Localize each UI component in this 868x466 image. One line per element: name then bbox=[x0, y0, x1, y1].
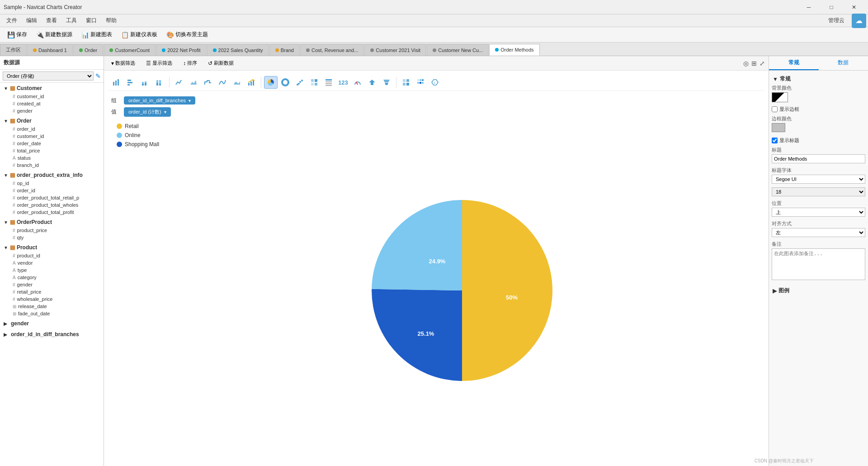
full-stacked-btn[interactable] bbox=[153, 76, 166, 89]
more-btn[interactable]: + bbox=[428, 76, 442, 89]
tree-item-product-id[interactable]: #product_id bbox=[0, 252, 104, 259]
new-datasource-button[interactable]: 🔌 新建数据源 bbox=[33, 29, 76, 40]
tree-item-total-price[interactable]: #total_price bbox=[0, 147, 104, 154]
line-chart-btn[interactable] bbox=[172, 76, 186, 89]
display-filter-button[interactable]: ☰ 显示筛选 bbox=[142, 58, 176, 68]
tree-item-vendor[interactable]: Avendor bbox=[0, 259, 104, 266]
resize-icon[interactable]: ⤢ bbox=[760, 60, 765, 67]
minimize-button[interactable]: ─ bbox=[798, 0, 819, 14]
pie-chart-btn[interactable] bbox=[264, 76, 278, 89]
pie-segment-online[interactable] bbox=[372, 200, 462, 290]
tree-item-fade-out-date[interactable]: ⊞fade_out_date bbox=[0, 310, 104, 317]
section-general-header[interactable]: ▼ 常规 bbox=[772, 73, 865, 85]
tree-item-category[interactable]: Acategory bbox=[0, 274, 104, 281]
menu-window[interactable]: 窗口 bbox=[81, 15, 101, 26]
tree-group-order-diff-header[interactable]: ▶ order_id_in_diff_branches bbox=[0, 330, 104, 339]
tab-order[interactable]: Order bbox=[73, 44, 103, 56]
tree-item-profit[interactable]: #order_product_total_profit bbox=[0, 209, 104, 216]
tab-visit[interactable]: Customer 2021 Visit bbox=[364, 44, 426, 56]
table-chart-btn[interactable] bbox=[322, 76, 335, 89]
title-input[interactable] bbox=[772, 154, 865, 163]
close-button[interactable]: ✕ bbox=[844, 0, 864, 14]
tree-item-order-date[interactable]: #order_date bbox=[0, 140, 104, 147]
tree-item-gender[interactable]: #gender bbox=[0, 107, 104, 114]
hbar-chart-btn[interactable] bbox=[124, 76, 137, 89]
combo-btn[interactable] bbox=[245, 76, 258, 89]
new-dashboard-button[interactable]: 📋 新建仪表板 bbox=[118, 29, 161, 40]
value-tag[interactable]: order_id (计数) ▾ bbox=[124, 107, 171, 117]
new-chart-button[interactable]: 📊 新建图表 bbox=[78, 29, 116, 40]
tree-item-order-customer-id[interactable]: #customer_id bbox=[0, 133, 104, 140]
tree-item-retail-price[interactable]: #retail_price bbox=[0, 288, 104, 295]
tab-ordermethods[interactable]: Order Methods bbox=[489, 44, 539, 56]
tab-cost[interactable]: Cost, Revenue and... bbox=[300, 44, 364, 56]
align-select[interactable]: 左 中 右 bbox=[772, 228, 865, 237]
tab-brand[interactable]: Brand bbox=[269, 44, 300, 56]
tree-group-customer-header[interactable]: ▼ ▤ Customer bbox=[0, 84, 104, 93]
pivot-table-btn[interactable] bbox=[399, 76, 413, 89]
funnel-btn[interactable] bbox=[380, 76, 393, 89]
border-color-box[interactable] bbox=[772, 123, 785, 132]
edit-icon[interactable]: ✎ bbox=[95, 72, 101, 80]
pie-segment-retail[interactable] bbox=[462, 200, 552, 381]
tree-item-op-id[interactable]: #op_id bbox=[0, 180, 104, 187]
menu-view[interactable]: 查看 bbox=[42, 15, 61, 26]
tree-item-qty[interactable]: #qty bbox=[0, 234, 104, 241]
number-chart-btn[interactable]: 123 bbox=[336, 76, 350, 89]
tree-item-branch-id[interactable]: #branch_id bbox=[0, 162, 104, 169]
menu-help[interactable]: 帮助 bbox=[101, 15, 121, 26]
area-chart-btn[interactable] bbox=[187, 76, 200, 89]
note-textarea[interactable] bbox=[772, 248, 865, 280]
tree-item-retail-p[interactable]: #order_product_total_retail_p bbox=[0, 194, 104, 201]
group-tag[interactable]: order_id_in_diff_branches ▾ bbox=[124, 96, 195, 105]
tree-item-wholesale-price[interactable]: #wholesale_price bbox=[0, 295, 104, 303]
save-button[interactable]: 💾 保存 bbox=[4, 29, 31, 40]
show-title-checkbox[interactable] bbox=[772, 138, 778, 143]
tree-item-release-date[interactable]: ⊞release_date bbox=[0, 303, 104, 310]
font-size-select[interactable]: 14 16 18 20 24 bbox=[772, 187, 865, 196]
donut-chart-btn[interactable] bbox=[278, 76, 292, 89]
tree-item-status[interactable]: Astatus bbox=[0, 154, 104, 162]
position-select[interactable]: 上 下 左 右 bbox=[772, 208, 865, 217]
target-icon[interactable]: ◎ bbox=[743, 60, 749, 67]
tree-item-type[interactable]: Atype bbox=[0, 266, 104, 274]
switch-theme-button[interactable]: 🎨 切换布景主题 bbox=[163, 29, 212, 40]
tab-customercount[interactable]: CustomerCount bbox=[104, 44, 156, 56]
cloud-icon[interactable]: ☁ bbox=[852, 14, 866, 28]
tree-item-customer-id[interactable]: #customer_id bbox=[0, 93, 104, 100]
tree-group-gender-header[interactable]: ▶ gender bbox=[0, 319, 104, 328]
tab-newcu[interactable]: Customer New Cu... bbox=[427, 44, 489, 56]
title-font-select[interactable]: Segoe UI Arial Microsoft YaHei bbox=[772, 175, 865, 184]
right-tab-data[interactable]: 数据 bbox=[819, 56, 868, 70]
menu-edit[interactable]: 编辑 bbox=[22, 15, 42, 26]
tree-group-opei-header[interactable]: ▼ ▤ order_product_extra_info bbox=[0, 171, 104, 180]
gauge-btn[interactable] bbox=[351, 76, 364, 89]
data-filter-button[interactable]: ▾ 数据筛选 bbox=[108, 58, 139, 68]
menu-tools[interactable]: 工具 bbox=[61, 15, 81, 26]
menu-file[interactable]: 文件 bbox=[2, 15, 22, 26]
tab-netprofit[interactable]: 2022 Net Profit bbox=[156, 44, 206, 56]
pie-segment-shopping[interactable] bbox=[372, 289, 462, 381]
stacked-chart-btn[interactable] bbox=[138, 76, 152, 89]
tree-group-order-header[interactable]: ▼ ▤ Order bbox=[0, 116, 104, 125]
show-border-checkbox[interactable] bbox=[772, 106, 778, 112]
tree-item-wholes[interactable]: #order_product_total_wholes bbox=[0, 201, 104, 209]
tab-salesqty[interactable]: 2022 Sales Quantity bbox=[207, 44, 269, 56]
arrow-btn[interactable] bbox=[365, 76, 379, 89]
source-select[interactable]: Order (存储) bbox=[3, 71, 94, 81]
tree-item-product-price[interactable]: #product_price bbox=[0, 227, 104, 234]
heatmap-btn[interactable] bbox=[414, 76, 427, 89]
refresh-button[interactable]: ↺ 刷新数据 bbox=[204, 58, 237, 68]
tree-item-opei-order-id[interactable]: #order_id bbox=[0, 187, 104, 194]
spline-area-btn[interactable] bbox=[230, 76, 244, 89]
right-tab-general[interactable]: 常规 bbox=[769, 56, 819, 70]
bg-color-box[interactable] bbox=[772, 92, 788, 102]
tab-dashboard1[interactable]: Dashboard 1 bbox=[27, 44, 73, 56]
tree-item-created-at[interactable]: #created_at bbox=[0, 100, 104, 107]
step-line-btn[interactable] bbox=[201, 76, 215, 89]
sort-button[interactable]: ↕ 排序 bbox=[179, 58, 201, 68]
grid-icon[interactable]: ⊞ bbox=[751, 60, 757, 67]
bar-chart-btn[interactable] bbox=[109, 76, 123, 89]
tab-workspace[interactable]: 工作区 bbox=[0, 44, 27, 56]
tree-group-orderproduct-header[interactable]: ▼ ▤ OrderProduct bbox=[0, 218, 104, 227]
